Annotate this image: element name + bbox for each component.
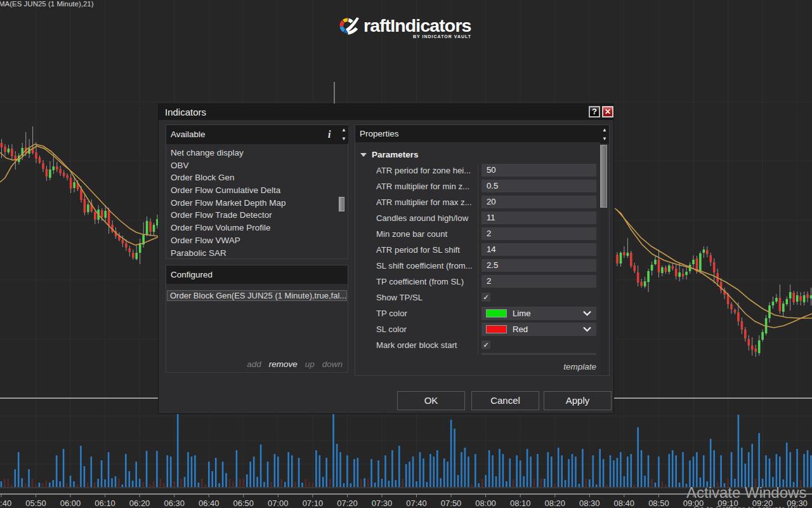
svg-text:05:50: 05:50	[25, 498, 46, 508]
svg-text:08:50: 08:50	[648, 498, 669, 508]
svg-text:08:10: 08:10	[510, 498, 531, 508]
svg-text:07:20: 07:20	[337, 498, 358, 508]
svg-text:08:00: 08:00	[475, 498, 496, 508]
svg-text:08:40: 08:40	[614, 498, 635, 508]
svg-text:06:20: 06:20	[129, 498, 150, 508]
svg-text:08:20: 08:20	[545, 498, 566, 508]
svg-text:06:30: 06:30	[164, 498, 185, 508]
svg-text:06:50: 06:50	[233, 498, 254, 508]
svg-text:06:00: 06:00	[60, 498, 81, 508]
svg-text:08:30: 08:30	[579, 498, 600, 508]
svg-text:07:40: 07:40	[406, 498, 427, 508]
svg-text:07:50: 07:50	[441, 498, 462, 508]
svg-text:05:40: 05:40	[0, 498, 11, 508]
svg-text:07:30: 07:30	[372, 498, 393, 508]
svg-text:07:10: 07:10	[303, 498, 324, 508]
svg-text:06:10: 06:10	[95, 498, 115, 508]
svg-text:06:40: 06:40	[199, 498, 219, 508]
svg-text:07:00: 07:00	[268, 498, 289, 508]
